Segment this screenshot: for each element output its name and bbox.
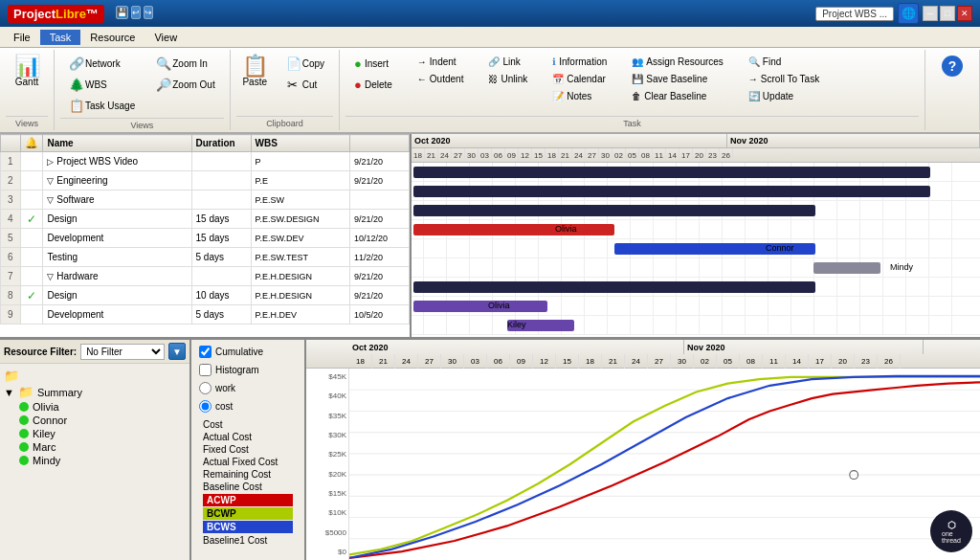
update-btn[interactable]: 🔄 Update [744,88,824,104]
tree-item-4[interactable]: Mindy [19,454,186,467]
tree-folder-icon-row: 📁 [4,368,186,384]
menu-resource[interactable]: Resource [80,30,145,45]
link-btn[interactable]: 🔗 Link [483,54,532,70]
gantt-bar-5[interactable] [813,262,880,274]
menu-file[interactable]: File [4,30,40,45]
task-row-6[interactable]: 7 ▽ Hardware P.E.H.DESIGN 9/21/20 [1,267,410,286]
unlink-icon: ⛓ [488,74,498,84]
unlink-btn[interactable]: ⛓ Unlink [483,71,532,87]
task-row-2[interactable]: 3 ▽ Software P.E.SW [1,190,410,210]
cumulative-checkbox[interactable] [199,346,212,358]
help-icon: ? [942,56,963,77]
resource-filter-btn[interactable]: ▼ [168,343,186,360]
notes-btn[interactable]: 📝 Notes [547,88,612,104]
gantt-bar-3[interactable] [413,224,614,235]
grid-line-4-5 [538,239,539,258]
resource-filter-select[interactable]: No Filter [80,344,165,360]
paste-btn[interactable]: 📋 Paste [236,52,274,116]
outdent-btn[interactable]: ← Outdent [412,71,469,87]
gantt-row-7: Olivia [412,297,980,316]
assign-resources-btn[interactable]: 👥 Assign Resources [627,54,728,70]
title-bar: ProjectLibre™ 💾 ↩ ↪ Project WBS ... 🌐 ─ … [0,0,980,27]
grid-line-5-10 [653,258,654,277]
grid-line-4-0 [423,239,424,258]
quick-undo-btn[interactable]: ↩ [131,6,141,19]
clear-baseline-btn[interactable]: 🗑 Clear Baseline [627,88,728,104]
gantt-bar-0[interactable] [413,167,930,178]
task-row-0[interactable]: 1 ▷ Project WBS Video P 9/21/20 [1,152,410,171]
grid-line-8-23 [951,316,952,334]
calendar-btn[interactable]: 📅 Calendar [547,71,612,87]
delete-btn[interactable]: ● Delete [349,75,397,95]
close-btn[interactable]: ✕ [957,6,972,21]
grid-line-8-0 [423,316,424,334]
task-usage-btn[interactable]: 📋 Task Usage [64,96,140,116]
project-selector[interactable]: Project WBS ... [815,7,894,21]
gantt-btn[interactable]: 📊 Gantt [6,52,48,91]
quick-redo-btn[interactable]: ↪ [144,6,153,19]
row-wbs-6: P.E.H.DESIGN [251,267,349,286]
collapse-icon-1[interactable]: ▽ [47,176,54,186]
gantt-bar-1[interactable] [413,186,930,197]
globe-icon[interactable]: 🌐 [898,3,919,24]
grid-line-7-16 [791,297,791,315]
day-label-24: 24 [438,148,452,163]
gantt-bar-2[interactable] [413,205,815,216]
task-row-8[interactable]: 9 Development 5 days P.E.H.DEV 10/5/20 [1,305,410,325]
gantt-bar-7[interactable] [413,301,547,312]
grid-line-3-19 [859,220,860,238]
task-row-3[interactable]: 4 ✓ Design 15 days P.E.SW.DESIGN 9/21/20 [1,210,410,229]
grid-line-5-8 [607,258,608,277]
row-duration-2 [191,190,251,210]
legend-list: Cost Actual Cost Fixed Cost Actual Fixed… [199,418,297,547]
find-btn[interactable]: 🔍 Find [744,54,824,70]
task-row-5[interactable]: 6 Testing 5 days P.E.SW.TEST 11/2/20 [1,248,410,267]
grid-line-5-22 [928,258,929,277]
tree-item-0[interactable]: Olivia [19,400,186,414]
row-name-6: ▽ Hardware [43,267,191,286]
task-row-7[interactable]: 8 ✓ Design 10 days P.E.H.DESIGN 9/21/20 [1,286,410,305]
histogram-checkbox[interactable] [199,364,212,376]
quick-save-btn[interactable]: 💾 [116,6,128,19]
help-btn[interactable]: ? [931,52,973,80]
insert-btn[interactable]: ● Insert [349,54,397,74]
day-label-17: 17 [679,148,693,163]
tree-expand-icon[interactable]: ▼ [4,387,14,398]
menu-task[interactable]: Task [40,30,81,45]
day-label-30: 30 [465,148,479,163]
grid-line-3-14 [745,220,746,238]
task-row-1[interactable]: 2 ▽ Engineering P.E 9/21/20 [1,171,410,190]
tree-item-2[interactable]: Kiley [19,427,186,440]
tree-folder-icon2: 📁 [18,385,33,399]
row-duration-8: 5 days [191,305,251,325]
menu-bar: File Task Resource View [0,27,980,48]
gantt-bar-6[interactable] [413,281,815,293]
task-row-4[interactable]: 5 Development 15 days P.E.SW.DEV 10/12/2… [1,229,410,248]
indent-btn[interactable]: → Indent [412,54,469,70]
menu-view[interactable]: View [145,30,187,45]
tree-item-3[interactable]: Marc [19,440,186,454]
collapse-icon-6[interactable]: ▽ [47,272,54,281]
scroll-to-task-btn[interactable]: → Scroll To Task [744,71,824,87]
minimize-btn[interactable]: ─ [923,6,938,21]
information-btn[interactable]: ℹ Information [547,54,612,70]
collapse-icon-2[interactable]: ▽ [47,195,54,205]
row-name-2: ▽ Software [43,190,191,210]
cut-btn[interactable]: ✂ Cut [281,75,329,95]
copy-btn[interactable]: 📄 Copy [281,54,329,74]
grid-line-4-20 [882,239,883,258]
grid-line-3-20 [882,220,883,238]
row-wbs-8: P.E.H.DEV [251,305,349,325]
work-radio[interactable] [199,382,212,394]
maximize-btn[interactable]: □ [940,6,955,21]
wbs-btn[interactable]: 🌲 WBS [64,75,140,95]
cost-month-nov: Nov 2020 [684,340,924,354]
grid-line-5-13 [722,258,723,277]
zoom-in-btn[interactable]: 🔍 Zoom In [151,54,219,74]
tree-item-1[interactable]: Connor [19,414,186,427]
network-btn[interactable]: 🔗 Network [64,54,140,74]
cost-radio[interactable] [199,400,212,413]
zoom-out-btn[interactable]: 🔎 Zoom Out [151,75,219,95]
collapse-icon-0[interactable]: ▷ [47,157,54,167]
save-baseline-btn[interactable]: 💾 Save Baseline [627,71,728,87]
